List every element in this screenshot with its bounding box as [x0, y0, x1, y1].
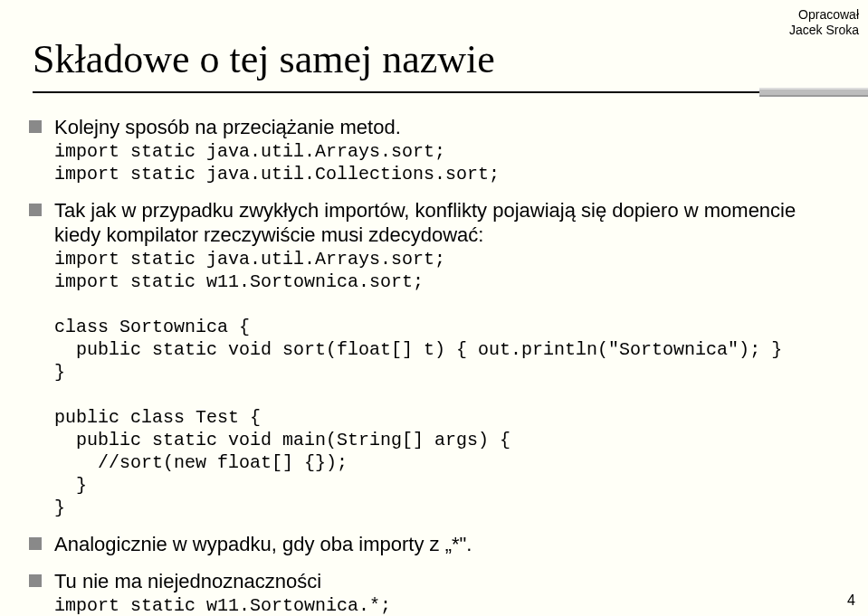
- bullet-3-text: Analogicznie w wypadku, gdy oba importy …: [54, 533, 472, 555]
- slide-title: Składowe o tej samej nazwie: [0, 0, 868, 82]
- bullet-2: Tak jak w przypadku zwykłych importów, k…: [54, 198, 832, 519]
- author-block: Opracował Jacek Sroka: [789, 7, 859, 38]
- author-line-1: Opracował: [789, 7, 859, 23]
- bullet-2-code: import static java.util.Arrays.sort; imp…: [54, 248, 832, 519]
- bullet-4-code: import static w11.Sortownica.*; import s…: [54, 594, 832, 617]
- bullet-2-text: Tak jak w przypadku zwykłych importów, k…: [54, 199, 796, 247]
- rule-line: [33, 91, 829, 93]
- title-rule: [33, 91, 868, 93]
- bullet-4: Tu nie ma niejednoznaczności import stat…: [54, 569, 832, 616]
- bullet-1-code: import static java.util.Arrays.sort; imp…: [54, 140, 832, 185]
- content-area: Kolejny sposób na przeciążanie metod. im…: [0, 115, 868, 616]
- author-line-2: Jacek Sroka: [789, 23, 859, 38]
- bullet-1-text: Kolejny sposób na przeciążanie metod.: [54, 116, 401, 138]
- bullet-4-text: Tu nie ma niejednoznaczności: [54, 570, 321, 592]
- bullet-list: Kolejny sposób na przeciążanie metod. im…: [54, 115, 832, 616]
- bullet-1: Kolejny sposób na przeciążanie metod. im…: [54, 115, 832, 185]
- page-number: 4: [847, 592, 855, 609]
- bullet-3: Analogicznie w wypadku, gdy oba importy …: [54, 532, 832, 557]
- rule-accent: [759, 88, 868, 97]
